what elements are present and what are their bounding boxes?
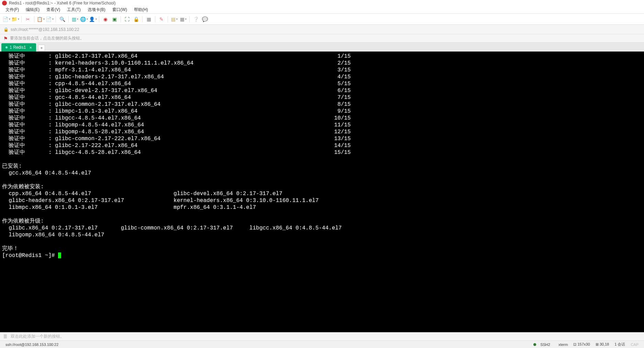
- terminal-line: 验证中: kernel-headers-3.10.0-1160.11.1.el7…: [2, 60, 642, 67]
- menu-file[interactable]: 文件(F): [3, 6, 22, 13]
- terminal-line: 已安装:: [2, 163, 642, 170]
- highlight-icon[interactable]: ✎: [158, 16, 165, 23]
- status-connection: ssh://root@192.168.153.100:22: [5, 343, 58, 347]
- separator: [142, 16, 143, 22]
- terminal-line: 验证中: gcc-4.8.5-44.el7.x86_647/15: [2, 94, 642, 101]
- hint-text: 要添加当前会话，点击左侧的箭头按钮。: [10, 35, 84, 41]
- menu-tools[interactable]: 工具(T): [64, 6, 83, 13]
- status-bar: ssh://root@192.168.153.100:22 SSH2 xterm…: [0, 340, 644, 348]
- terminal-line: 作为依赖被升级:: [2, 218, 642, 225]
- new-session-icon[interactable]: 📄: [3, 16, 10, 23]
- separator: [21, 16, 22, 22]
- hamburger-icon[interactable]: ☰: [3, 334, 7, 339]
- layout-icon[interactable]: ▤: [171, 16, 178, 23]
- lock-small-icon: 🔒: [3, 27, 9, 32]
- person-icon[interactable]: 👤: [89, 16, 96, 23]
- terminal-line: 验证中: glibc-devel-2.17-317.el7.x86_646/15: [2, 87, 642, 94]
- search-icon[interactable]: 🔍: [59, 16, 66, 23]
- grid-icon[interactable]: ▦: [180, 16, 187, 23]
- status-cap: CAP: [631, 343, 639, 347]
- terminal-line: glibc-headers.x86_64 0:2.17-317.el7 kern…: [2, 197, 642, 204]
- terminal-line: 作为依赖被安装:: [2, 183, 642, 190]
- terminal-line: 完毕！: [2, 245, 642, 252]
- bottom-hint-text: 双击此处添加一个新的按钮。: [11, 334, 64, 339]
- separator: [168, 16, 168, 22]
- terminal-line: 验证中: libgomp-4.8.5-44.el7.x86_6411/15: [2, 122, 642, 128]
- fullscreen-icon[interactable]: ⛶: [124, 16, 131, 23]
- play-icon[interactable]: ▣: [111, 16, 118, 23]
- separator: [68, 16, 69, 22]
- chat-icon[interactable]: 💬: [201, 16, 208, 23]
- terminal-line: [2, 238, 642, 245]
- menu-help[interactable]: 帮助(H): [131, 6, 151, 13]
- terminal-line: cpp.x86_64 0:4.8.5-44.el7 glibc-devel.x8…: [2, 190, 642, 197]
- paste-icon[interactable]: 📄: [46, 16, 53, 23]
- terminal-line: 验证中: glibc-common-2.17-317.el7.x86_648/1…: [2, 101, 642, 108]
- status-size: ⊡ 157x30: [573, 342, 590, 347]
- cursor: [58, 252, 61, 258]
- terminal-line: 验证中: cpp-4.8.5-44.el7.x86_645/15: [2, 80, 642, 87]
- open-folder-icon[interactable]: 📁: [12, 16, 19, 23]
- status-indicator-icon: [533, 343, 536, 346]
- menu-view[interactable]: 查看(V): [44, 6, 63, 13]
- record-icon[interactable]: ◉: [102, 16, 109, 23]
- properties-icon[interactable]: ▥: [71, 16, 78, 23]
- tab-redis1[interactable]: 1 Redis1 ×: [1, 43, 36, 52]
- terminal[interactable]: 验证中: glibc-2.17-317.el7.x86_641/15 验证中: …: [0, 52, 644, 332]
- separator: [34, 16, 34, 22]
- status-pos: ⊞ 30,18: [596, 342, 609, 347]
- menu-bar: 文件(F) 编辑(E) 查看(V) 工具(T) 选项卡(B) 窗口(W) 帮助(…: [0, 6, 644, 14]
- separator: [155, 16, 155, 22]
- status-sessions: 1 会话: [614, 342, 625, 347]
- terminal-line: [2, 211, 642, 218]
- menu-tabs[interactable]: 选项卡(B): [85, 6, 108, 13]
- address-url: ssh://root:******@192.168.153.100:22: [11, 27, 79, 32]
- terminal-line: [2, 156, 642, 163]
- session-tabs: 1 Redis1 × +: [0, 43, 644, 52]
- terminal-line: 验证中: libmpc-1.0.1-3.el7.x86_649/15: [2, 108, 642, 115]
- terminal-line: 验证中: libgcc-4.8.5-44.el7.x86_6410/15: [2, 115, 642, 122]
- terminal-line: libmpc.x86_64 0:1.0.1-3.el7 mpfr.x86_64 …: [2, 204, 642, 211]
- terminal-line: 验证中: glibc-common-2.17-222.el7.x86_6413/…: [2, 135, 642, 142]
- status-proto: SSH2: [531, 343, 553, 347]
- terminal-line: 验证中: glibc-headers-2.17-317.el7.x86_644/…: [2, 74, 642, 80]
- terminal-line: 验证中: glibc-2.17-317.el7.x86_641/15: [2, 53, 642, 60]
- close-icon[interactable]: ×: [29, 45, 32, 50]
- window-title: Redis1 - root@Redis1:~ - Xshell 6 (Free …: [9, 1, 116, 5]
- address-bar[interactable]: 🔒 ssh://root:******@192.168.153.100:22: [0, 25, 644, 34]
- separator: [56, 16, 56, 22]
- terminal-line: 验证中: glibc-2.17-222.el7.x86_6414/15: [2, 142, 642, 149]
- globe-icon[interactable]: 🌐: [80, 16, 87, 23]
- terminal-line: [2, 177, 642, 183]
- menu-window[interactable]: 窗口(W): [110, 6, 130, 13]
- add-tab-button[interactable]: +: [38, 45, 45, 52]
- app-icon: [2, 1, 7, 5]
- status-term: xterm: [558, 343, 568, 347]
- help-icon[interactable]: ❔: [192, 16, 199, 23]
- flag-icon: ⚑: [3, 36, 8, 41]
- menu-edit[interactable]: 编辑(E): [23, 6, 42, 13]
- hint-bar: ⚑ 要添加当前会话，点击左侧的箭头按钮。: [0, 34, 644, 43]
- terminal-line: gcc.x86_64 0:4.8.5-44.el7: [2, 170, 642, 177]
- copy-icon[interactable]: 📋: [37, 16, 44, 23]
- separator: [121, 16, 121, 22]
- terminal-line: glibc.x86_64 0:2.17-317.el7 glibc-common…: [2, 225, 642, 232]
- terminal-line: libgomp.x86_64 0:4.8.5-44.el7: [2, 232, 642, 238]
- scissors-icon[interactable]: ✂: [24, 16, 31, 23]
- separator: [189, 16, 190, 22]
- terminal-line: 验证中: libgcc-4.8.5-28.el7.x86_6415/15: [2, 149, 642, 156]
- toolbar: 📄 📁 ✂ 📋 📄 🔍 ▥ 🌐 👤 ◉ ▣ ⛶ 🔒 ▦ ✎ ▤ ▦ ❔ 💬: [0, 14, 644, 25]
- font-icon[interactable]: ▦: [145, 16, 152, 23]
- lock-icon[interactable]: 🔒: [133, 16, 139, 23]
- separator: [99, 16, 99, 22]
- terminal-prompt[interactable]: [root@Redis1 ~]#: [2, 252, 642, 259]
- terminal-line: 验证中: libgomp-4.8.5-28.el7.x86_6412/15: [2, 128, 642, 135]
- window-titlebar: Redis1 - root@Redis1:~ - Xshell 6 (Free …: [0, 0, 644, 6]
- tab-label: 1 Redis1: [10, 45, 26, 50]
- bottom-hint-bar[interactable]: ☰ 双击此处添加一个新的按钮。: [0, 332, 644, 340]
- status-dot-icon: [5, 46, 8, 48]
- terminal-line: 验证中: mpfr-3.1.1-4.el7.x86_643/15: [2, 67, 642, 74]
